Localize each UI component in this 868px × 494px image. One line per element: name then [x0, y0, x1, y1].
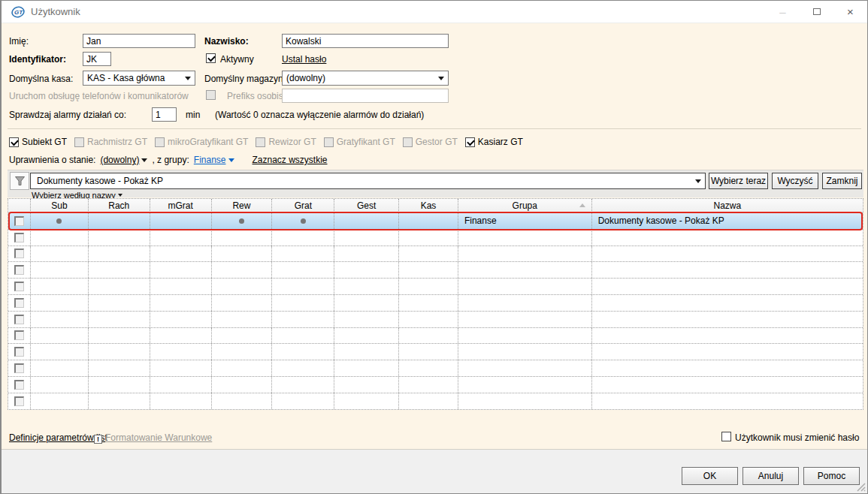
row-checkbox[interactable]: [14, 363, 24, 373]
wybierz-teraz-button[interactable]: Wybierz teraz: [709, 173, 768, 189]
row-checkbox[interactable]: [14, 265, 24, 275]
formatowanie-warunkowe-link[interactable]: Formatowanie Warunkowe: [105, 432, 212, 443]
table-row[interactable]: [8, 261, 863, 278]
cell-kas: [399, 295, 458, 311]
table-row[interactable]: [8, 343, 863, 360]
cell-gest: [334, 213, 399, 229]
table-row[interactable]: [8, 376, 863, 393]
stanie-dropdown-link[interactable]: (dowolny): [100, 155, 147, 165]
cell-nazwa: [592, 344, 863, 360]
funnel-icon[interactable]: [10, 172, 29, 190]
table-row[interactable]: FinanseDokumenty kasowe - Pokaż KP: [8, 212, 863, 229]
cell-nazwa: [592, 393, 863, 409]
cell-mgrat: [150, 393, 212, 409]
resize-grip[interactable]: [856, 482, 866, 492]
module-checkbox-gratyfikant-gt: Gratyfikant GT: [324, 137, 395, 147]
column-header-sub[interactable]: Sub: [31, 199, 89, 212]
cell-grupa: [458, 393, 592, 409]
musi-zmienic-haslo-checkbox[interactable]: [721, 432, 731, 441]
column-header-checkbox[interactable]: [8, 199, 31, 212]
module-checkbox-kasiarz-gt[interactable]: Kasiarz GT: [465, 137, 523, 147]
row-checkbox[interactable]: [14, 282, 24, 291]
row-checkbox[interactable]: [14, 216, 24, 226]
cell-grupa: [458, 295, 592, 311]
table-row[interactable]: [8, 245, 863, 262]
column-header-grat[interactable]: Grat: [272, 199, 334, 212]
table-row[interactable]: [8, 393, 863, 409]
row-checkbox[interactable]: [14, 347, 24, 357]
cell-grat: [272, 360, 334, 376]
cell-grat: [272, 312, 334, 327]
cell-grupa: [458, 328, 592, 344]
column-header-nazwa[interactable]: Nazwa: [592, 199, 863, 212]
imie-input[interactable]: [83, 34, 195, 48]
table-row[interactable]: [8, 327, 863, 344]
cell-nazwa: Dokumenty kasowe - Pokaż KP: [592, 213, 863, 229]
cell-sub: [31, 279, 89, 294]
row-checkbox[interactable]: [14, 380, 24, 390]
domyslna-kasa-select[interactable]: KAS - Kasa główna: [83, 71, 195, 86]
cell-kas: [399, 279, 458, 294]
maximize-icon: [813, 8, 821, 15]
cell-rew: [212, 360, 273, 376]
wyczysc-button[interactable]: Wyczyść: [772, 173, 818, 189]
table-row[interactable]: [8, 229, 863, 245]
checkbox-icon[interactable]: [9, 137, 19, 147]
anuluj-button[interactable]: Anuluj: [742, 467, 799, 485]
row-checkbox[interactable]: [14, 298, 24, 308]
row-checkbox[interactable]: [14, 330, 24, 340]
aktywny-checkbox[interactable]: [206, 53, 216, 63]
pomoc-button[interactable]: Pomoc: [803, 467, 860, 485]
row-checkbox[interactable]: [14, 315, 24, 324]
ok-button[interactable]: OK: [682, 467, 738, 485]
grupa-dropdown-link[interactable]: Finanse: [194, 155, 234, 165]
cell-gest: [334, 328, 399, 344]
aktywny-label: Aktywny: [220, 54, 254, 65]
cell-gest: [334, 312, 399, 327]
telefony-checkbox: [206, 90, 216, 100]
definicje-parametrow-link[interactable]: Definicje parametrów list: [9, 432, 107, 443]
cell-grat: [272, 230, 334, 245]
row-checkbox[interactable]: [14, 249, 24, 258]
cell-kas: [399, 328, 458, 344]
column-header-grupa[interactable]: Grupa: [458, 199, 592, 212]
cell-sub: [31, 377, 89, 393]
zaznacz-wszystkie-link[interactable]: Zaznacz wszystkie: [253, 155, 328, 165]
cell-rew: [212, 344, 273, 360]
permission-search-combo[interactable]: Dokumenty kasowe - Pokaż KP: [30, 173, 706, 189]
table-row[interactable]: [8, 294, 863, 311]
row-checkbox[interactable]: [14, 396, 24, 406]
permission-dot-icon: [56, 218, 62, 224]
ustal-haslo-link[interactable]: Ustal hasło: [282, 54, 326, 65]
module-checkbox-gestor-gt: Gestor GT: [403, 137, 458, 147]
column-header-gest[interactable]: Gest: [334, 199, 399, 212]
row-checkbox[interactable]: [14, 233, 24, 242]
module-label: Gratyfikant GT: [337, 137, 395, 147]
domyslny-magazyn-select[interactable]: (dowolny): [282, 71, 449, 86]
close-button[interactable]: ×: [833, 1, 867, 23]
nazwisko-input[interactable]: [282, 34, 449, 48]
checkbox-icon: [256, 137, 265, 147]
table-row[interactable]: [8, 278, 863, 294]
column-header-rew[interactable]: Rew: [212, 199, 273, 212]
maximize-button[interactable]: [800, 1, 833, 23]
telefony-label: Uruchom obsługę telefonów i komunikatoró…: [9, 91, 189, 101]
column-header-mgrat[interactable]: mGrat: [150, 199, 212, 212]
module-checkbox-subiekt-gt[interactable]: Subiekt GT: [9, 137, 67, 147]
table-row[interactable]: [8, 360, 863, 376]
identyfikator-label: Identyfikator:: [9, 54, 66, 65]
table-row[interactable]: [8, 311, 863, 327]
identyfikator-input[interactable]: [83, 52, 111, 66]
cell-grat: [272, 213, 334, 229]
alarmy-input[interactable]: [152, 107, 177, 122]
zamknij-button[interactable]: Zamknij: [822, 173, 862, 189]
cell-gest: [334, 393, 399, 409]
column-header-kas[interactable]: Kas: [399, 199, 458, 212]
checkbox-icon[interactable]: [465, 137, 475, 147]
cell-grat: [272, 393, 334, 409]
cell-gest: [334, 262, 399, 278]
cell-rew: [212, 279, 273, 294]
column-header-rach[interactable]: Rach: [89, 199, 150, 212]
cell-rach: [89, 312, 150, 327]
window-title: Użytkownik: [31, 6, 80, 17]
